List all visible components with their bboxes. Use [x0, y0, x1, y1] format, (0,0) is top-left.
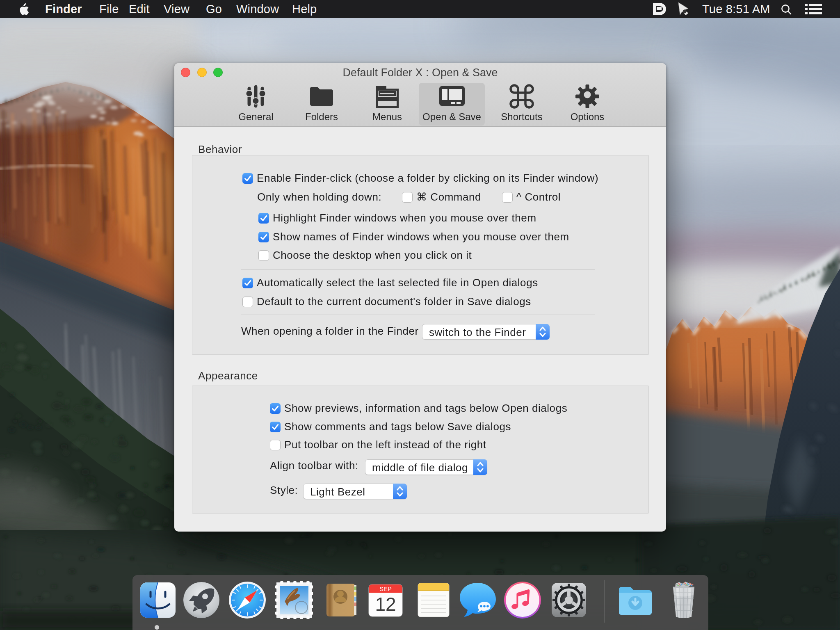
svg-text:12: 12 [375, 593, 396, 615]
svg-text:SEP: SEP [379, 585, 392, 592]
